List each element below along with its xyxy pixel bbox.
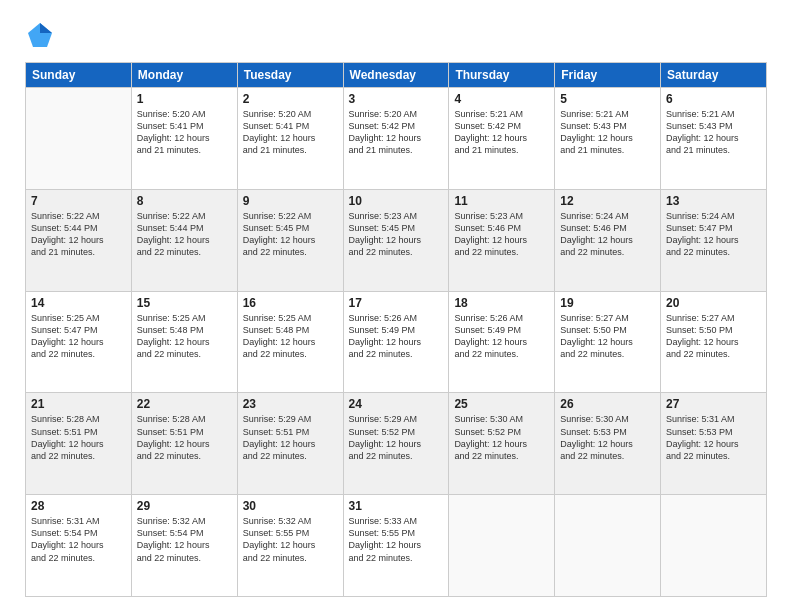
day-number: 15 (137, 296, 232, 310)
day-number: 24 (349, 397, 444, 411)
day-info: Sunrise: 5:28 AM Sunset: 5:51 PM Dayligh… (137, 413, 232, 462)
calendar-day-cell (449, 495, 555, 597)
day-number: 22 (137, 397, 232, 411)
column-header-monday: Monday (131, 63, 237, 88)
calendar-week-row: 1Sunrise: 5:20 AM Sunset: 5:41 PM Daylig… (26, 88, 767, 190)
day-number: 31 (349, 499, 444, 513)
day-info: Sunrise: 5:26 AM Sunset: 5:49 PM Dayligh… (349, 312, 444, 361)
column-header-sunday: Sunday (26, 63, 132, 88)
column-header-wednesday: Wednesday (343, 63, 449, 88)
calendar-day-cell: 31Sunrise: 5:33 AM Sunset: 5:55 PM Dayli… (343, 495, 449, 597)
calendar-day-cell: 10Sunrise: 5:23 AM Sunset: 5:45 PM Dayli… (343, 189, 449, 291)
day-info: Sunrise: 5:21 AM Sunset: 5:42 PM Dayligh… (454, 108, 549, 157)
calendar-day-cell: 18Sunrise: 5:26 AM Sunset: 5:49 PM Dayli… (449, 291, 555, 393)
calendar-day-cell: 9Sunrise: 5:22 AM Sunset: 5:45 PM Daylig… (237, 189, 343, 291)
day-info: Sunrise: 5:31 AM Sunset: 5:54 PM Dayligh… (31, 515, 126, 564)
calendar-day-cell: 8Sunrise: 5:22 AM Sunset: 5:44 PM Daylig… (131, 189, 237, 291)
calendar-day-cell: 5Sunrise: 5:21 AM Sunset: 5:43 PM Daylig… (555, 88, 661, 190)
calendar-day-cell: 7Sunrise: 5:22 AM Sunset: 5:44 PM Daylig… (26, 189, 132, 291)
day-number: 28 (31, 499, 126, 513)
day-info: Sunrise: 5:30 AM Sunset: 5:53 PM Dayligh… (560, 413, 655, 462)
day-number: 17 (349, 296, 444, 310)
day-info: Sunrise: 5:20 AM Sunset: 5:41 PM Dayligh… (137, 108, 232, 157)
day-number: 19 (560, 296, 655, 310)
day-info: Sunrise: 5:21 AM Sunset: 5:43 PM Dayligh… (560, 108, 655, 157)
day-info: Sunrise: 5:32 AM Sunset: 5:54 PM Dayligh… (137, 515, 232, 564)
header (25, 20, 767, 50)
day-number: 16 (243, 296, 338, 310)
calendar-day-cell: 11Sunrise: 5:23 AM Sunset: 5:46 PM Dayli… (449, 189, 555, 291)
day-info: Sunrise: 5:27 AM Sunset: 5:50 PM Dayligh… (666, 312, 761, 361)
day-info: Sunrise: 5:22 AM Sunset: 5:45 PM Dayligh… (243, 210, 338, 259)
calendar-day-cell: 15Sunrise: 5:25 AM Sunset: 5:48 PM Dayli… (131, 291, 237, 393)
calendar-day-cell: 27Sunrise: 5:31 AM Sunset: 5:53 PM Dayli… (661, 393, 767, 495)
calendar-day-cell: 12Sunrise: 5:24 AM Sunset: 5:46 PM Dayli… (555, 189, 661, 291)
day-info: Sunrise: 5:22 AM Sunset: 5:44 PM Dayligh… (31, 210, 126, 259)
day-info: Sunrise: 5:20 AM Sunset: 5:41 PM Dayligh… (243, 108, 338, 157)
calendar-day-cell: 30Sunrise: 5:32 AM Sunset: 5:55 PM Dayli… (237, 495, 343, 597)
calendar-table: SundayMondayTuesdayWednesdayThursdayFrid… (25, 62, 767, 597)
calendar-header-row: SundayMondayTuesdayWednesdayThursdayFrid… (26, 63, 767, 88)
day-number: 3 (349, 92, 444, 106)
calendar-day-cell: 29Sunrise: 5:32 AM Sunset: 5:54 PM Dayli… (131, 495, 237, 597)
logo (25, 20, 59, 50)
calendar-day-cell (555, 495, 661, 597)
day-number: 12 (560, 194, 655, 208)
calendar-day-cell: 23Sunrise: 5:29 AM Sunset: 5:51 PM Dayli… (237, 393, 343, 495)
day-info: Sunrise: 5:24 AM Sunset: 5:46 PM Dayligh… (560, 210, 655, 259)
day-number: 1 (137, 92, 232, 106)
calendar-day-cell: 17Sunrise: 5:26 AM Sunset: 5:49 PM Dayli… (343, 291, 449, 393)
calendar-day-cell: 20Sunrise: 5:27 AM Sunset: 5:50 PM Dayli… (661, 291, 767, 393)
page: SundayMondayTuesdayWednesdayThursdayFrid… (0, 0, 792, 612)
day-info: Sunrise: 5:28 AM Sunset: 5:51 PM Dayligh… (31, 413, 126, 462)
calendar-day-cell: 1Sunrise: 5:20 AM Sunset: 5:41 PM Daylig… (131, 88, 237, 190)
day-number: 5 (560, 92, 655, 106)
day-number: 23 (243, 397, 338, 411)
calendar-day-cell: 22Sunrise: 5:28 AM Sunset: 5:51 PM Dayli… (131, 393, 237, 495)
day-info: Sunrise: 5:25 AM Sunset: 5:48 PM Dayligh… (137, 312, 232, 361)
calendar-day-cell: 4Sunrise: 5:21 AM Sunset: 5:42 PM Daylig… (449, 88, 555, 190)
day-number: 21 (31, 397, 126, 411)
day-number: 6 (666, 92, 761, 106)
day-number: 29 (137, 499, 232, 513)
day-info: Sunrise: 5:33 AM Sunset: 5:55 PM Dayligh… (349, 515, 444, 564)
day-info: Sunrise: 5:24 AM Sunset: 5:47 PM Dayligh… (666, 210, 761, 259)
calendar-week-row: 7Sunrise: 5:22 AM Sunset: 5:44 PM Daylig… (26, 189, 767, 291)
calendar-day-cell: 2Sunrise: 5:20 AM Sunset: 5:41 PM Daylig… (237, 88, 343, 190)
calendar-day-cell: 21Sunrise: 5:28 AM Sunset: 5:51 PM Dayli… (26, 393, 132, 495)
day-info: Sunrise: 5:32 AM Sunset: 5:55 PM Dayligh… (243, 515, 338, 564)
day-number: 4 (454, 92, 549, 106)
logo-icon (25, 20, 55, 50)
day-info: Sunrise: 5:31 AM Sunset: 5:53 PM Dayligh… (666, 413, 761, 462)
day-number: 18 (454, 296, 549, 310)
day-number: 13 (666, 194, 761, 208)
day-info: Sunrise: 5:27 AM Sunset: 5:50 PM Dayligh… (560, 312, 655, 361)
day-info: Sunrise: 5:22 AM Sunset: 5:44 PM Dayligh… (137, 210, 232, 259)
column-header-friday: Friday (555, 63, 661, 88)
calendar-day-cell: 26Sunrise: 5:30 AM Sunset: 5:53 PM Dayli… (555, 393, 661, 495)
svg-marker-1 (40, 23, 52, 33)
calendar-day-cell: 28Sunrise: 5:31 AM Sunset: 5:54 PM Dayli… (26, 495, 132, 597)
column-header-thursday: Thursday (449, 63, 555, 88)
day-info: Sunrise: 5:29 AM Sunset: 5:52 PM Dayligh… (349, 413, 444, 462)
calendar-day-cell: 3Sunrise: 5:20 AM Sunset: 5:42 PM Daylig… (343, 88, 449, 190)
day-number: 30 (243, 499, 338, 513)
day-number: 7 (31, 194, 126, 208)
calendar-day-cell: 19Sunrise: 5:27 AM Sunset: 5:50 PM Dayli… (555, 291, 661, 393)
calendar-day-cell: 25Sunrise: 5:30 AM Sunset: 5:52 PM Dayli… (449, 393, 555, 495)
day-info: Sunrise: 5:29 AM Sunset: 5:51 PM Dayligh… (243, 413, 338, 462)
day-number: 10 (349, 194, 444, 208)
day-info: Sunrise: 5:20 AM Sunset: 5:42 PM Dayligh… (349, 108, 444, 157)
day-info: Sunrise: 5:25 AM Sunset: 5:48 PM Dayligh… (243, 312, 338, 361)
day-number: 2 (243, 92, 338, 106)
calendar-day-cell: 16Sunrise: 5:25 AM Sunset: 5:48 PM Dayli… (237, 291, 343, 393)
calendar-week-row: 21Sunrise: 5:28 AM Sunset: 5:51 PM Dayli… (26, 393, 767, 495)
calendar-week-row: 14Sunrise: 5:25 AM Sunset: 5:47 PM Dayli… (26, 291, 767, 393)
day-info: Sunrise: 5:30 AM Sunset: 5:52 PM Dayligh… (454, 413, 549, 462)
calendar-day-cell: 13Sunrise: 5:24 AM Sunset: 5:47 PM Dayli… (661, 189, 767, 291)
calendar-day-cell: 6Sunrise: 5:21 AM Sunset: 5:43 PM Daylig… (661, 88, 767, 190)
column-header-tuesday: Tuesday (237, 63, 343, 88)
day-number: 14 (31, 296, 126, 310)
day-number: 25 (454, 397, 549, 411)
calendar-week-row: 28Sunrise: 5:31 AM Sunset: 5:54 PM Dayli… (26, 495, 767, 597)
